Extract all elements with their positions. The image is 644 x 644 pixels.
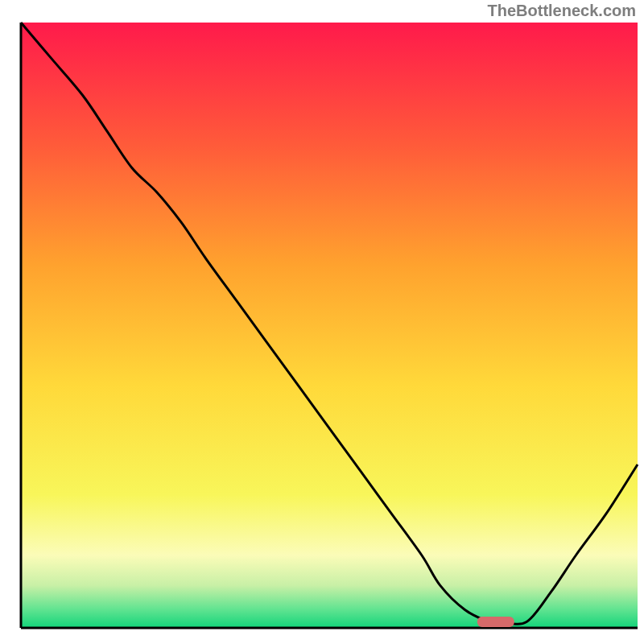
bottleneck-chart xyxy=(0,0,644,644)
watermark-text: TheBottleneck.com xyxy=(488,2,636,20)
chart-container: TheBottleneck.com xyxy=(0,0,644,644)
plot-background xyxy=(21,23,638,628)
optimal-marker xyxy=(477,617,514,627)
